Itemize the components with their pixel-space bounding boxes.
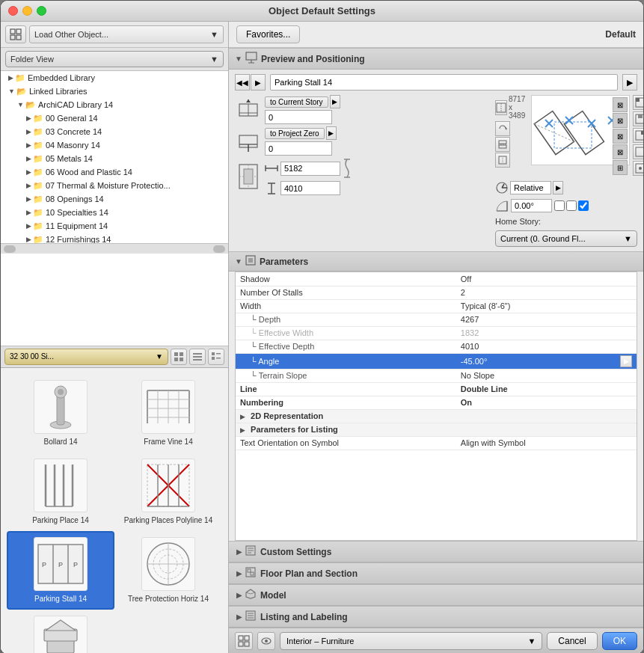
width-field[interactable]: [280, 162, 340, 176]
object-name-field[interactable]: [270, 74, 618, 91]
to-project-zero-button[interactable]: to Project Zero: [265, 128, 325, 139]
param-row-width[interactable]: Width Typical (8'-6"): [236, 299, 637, 313]
category-dropdown[interactable]: Interior – Furniture ▼: [280, 632, 542, 650]
tree-horizontal-scrollbar[interactable]: [1, 243, 228, 254]
param-row-line[interactable]: Line Double Line: [236, 382, 637, 396]
folder-view-bar: Folder View ▼: [1, 48, 228, 71]
folder-view-select[interactable]: Folder View ▼: [5, 51, 224, 67]
param-row-numbering[interactable]: Numbering On: [236, 396, 637, 409]
object-item-tree-protection-horiz[interactable]: Tree Protection Horiz 14: [114, 531, 222, 610]
object-item-parking-stall[interactable]: P P P Parking Stall 14: [7, 531, 114, 610]
minimize-button[interactable]: [22, 6, 32, 16]
detail-view-button[interactable]: [208, 349, 224, 365]
to-project-zero-arrow-button[interactable]: ▶: [326, 126, 337, 140]
param-row-terrain[interactable]: └ Terrain Slope No Slope: [236, 369, 637, 382]
footer-settings-icon-button[interactable]: [235, 632, 253, 650]
floor-plan-section[interactable]: ▶ Floor Plan and Section: [229, 562, 643, 584]
object-item-tree-protection[interactable]: Tree Protection: [7, 610, 114, 654]
parameters-section-header[interactable]: ▼ Parameters: [229, 251, 643, 272]
grid-view-button[interactable]: [5, 25, 26, 43]
svg-rect-6: [174, 358, 178, 361]
params-collapse-icon: ▼: [235, 257, 242, 266]
svg-marker-124: [246, 589, 255, 594]
param-row-text-orient[interactable]: Text Orientation on Symbol Align with Sy…: [236, 436, 637, 450]
project-zero-value-field[interactable]: [265, 141, 332, 156]
relative-dropdown-button[interactable]: ▶: [553, 181, 563, 194]
anchor-ne-button[interactable]: [633, 128, 644, 143]
tree-item-archicad-library[interactable]: ▼ 📂 ArchiCAD Library 14: [1, 98, 228, 111]
ok-button[interactable]: OK: [602, 632, 637, 650]
tree-item-10-specialties[interactable]: ▶ 📁 10 Specialties 14: [1, 206, 228, 219]
load-other-object-button[interactable]: Load Other Object... ▼: [29, 25, 224, 43]
param-row-params-listing[interactable]: ▶ Parameters for Listing: [236, 423, 637, 436]
model-section[interactable]: ▶ Model: [229, 584, 643, 606]
stretch-button[interactable]: [495, 153, 510, 168]
param-row-eff-depth[interactable]: └ Effective Depth 4010: [236, 340, 637, 353]
param-row-shadow[interactable]: Shadow Off: [236, 272, 637, 286]
checkbox-1[interactable]: [554, 200, 565, 211]
angle-field[interactable]: [511, 199, 552, 212]
floor-plan-label: Floor Plan and Section: [260, 568, 358, 579]
tree-item-04-masonry[interactable]: ▶ 📁 04 Masonry 14: [1, 138, 228, 152]
anchor-tr-button[interactable]: ⊠: [613, 113, 628, 128]
thumbnail-view-button[interactable]: [171, 349, 187, 365]
checkbox-3[interactable]: [578, 200, 589, 211]
to-current-story-button[interactable]: to Current Story: [265, 96, 328, 108]
list-view-button[interactable]: [189, 349, 206, 365]
object-path-button[interactable]: 32 30 00 Si... ▼: [4, 349, 168, 365]
tree-scroll[interactable]: ▶ 📁 Embedded Library ▼ 📂 Linked Librarie…: [1, 71, 228, 243]
current-story-value-field[interactable]: [265, 110, 332, 124]
anchor-br-button[interactable]: ⊠: [613, 144, 628, 159]
tree-arrow-icon: ▼: [17, 101, 24, 108]
tree-item-00-general[interactable]: ▶ 📁 00 General 14: [1, 111, 228, 125]
param-row-num-stalls[interactable]: Number Of Stalls 2: [236, 286, 637, 299]
tree-item-12-furnishings[interactable]: ▶ 📁 12 Furnishings 14: [1, 233, 228, 243]
anchor-w-button[interactable]: [633, 144, 644, 159]
tree-item-03-concrete[interactable]: ▶ 📁 03 Concrete 14: [1, 125, 228, 138]
play-button[interactable]: ▶: [622, 74, 637, 91]
tree-item-11-equipment[interactable]: ▶ 📁 11 Equipment 14: [1, 219, 228, 233]
object-item-frame-vine[interactable]: Frame Vine 14: [114, 374, 222, 453]
object-item-bollard[interactable]: Bollard 14: [7, 374, 114, 453]
preview-section-header[interactable]: ▼ Preview and Positioning: [229, 48, 643, 70]
relative-label-display: Relative: [510, 181, 551, 194]
close-button[interactable]: [8, 6, 18, 16]
anchor-tl-button[interactable]: ⊠: [613, 97, 628, 112]
listing-section[interactable]: ▶ Listing and Labeling: [229, 606, 643, 628]
favorites-button[interactable]: Favorites...: [236, 25, 300, 43]
rotate-button[interactable]: [495, 121, 510, 136]
maximize-button[interactable]: [37, 6, 46, 16]
mirror-x-button[interactable]: [495, 100, 507, 115]
anchor-bl-button[interactable]: ⊠: [613, 129, 628, 144]
link-icon[interactable]: [343, 158, 352, 179]
param-row-eff-width[interactable]: └ Effective Width 1832: [236, 326, 637, 340]
bollard-icon: [34, 380, 88, 434]
custom-settings-section[interactable]: ▶ Custom Settings: [229, 541, 643, 562]
object-item-parking-places-polyline[interactable]: Parking Places Polyline 14: [114, 453, 222, 531]
main-window: Object Default Settings Load Other Objec…: [0, 0, 644, 653]
tree-item-08-openings[interactable]: ▶ 📁 08 Openings 14: [1, 192, 228, 206]
tree-item-05-metals[interactable]: ▶ 📁 05 Metals 14: [1, 152, 228, 165]
to-current-story-arrow-button[interactable]: ▶: [330, 95, 340, 108]
nav-back-button[interactable]: ◀◀: [235, 74, 250, 91]
param-row-angle[interactable]: └ Angle -45.00° ▶: [236, 353, 637, 369]
angle-expand-button[interactable]: ▶: [620, 355, 632, 367]
tree-item-linked-libraries[interactable]: ▼ 📂 Linked Libraries: [1, 85, 228, 98]
tree-item-07-thermal[interactable]: ▶ 📁 07 Thermal & Moisture Protectio...: [1, 179, 228, 192]
footer-eye-icon-button[interactable]: [257, 632, 275, 650]
home-story-dropdown[interactable]: Current (0. Ground Fl... ▼: [495, 230, 637, 247]
tree-item-embedded-library[interactable]: ▶ 📁 Embedded Library: [1, 71, 228, 85]
cancel-button[interactable]: Cancel: [547, 632, 597, 650]
tree-item-06-wood[interactable]: ▶ 📁 06 Wood and Plastic 14: [1, 165, 228, 179]
param-row-depth[interactable]: └ Depth 4267: [236, 313, 637, 326]
anchor-center-button[interactable]: [633, 161, 644, 176]
height-field[interactable]: [280, 181, 340, 195]
anchor-nw-button[interactable]: [633, 95, 644, 110]
nav-forward-button[interactable]: ▶: [251, 74, 266, 91]
flip-button[interactable]: [495, 137, 510, 152]
object-item-parking-place[interactable]: Parking Place 14: [7, 453, 114, 531]
checkbox-2[interactable]: [566, 200, 577, 211]
anchor-n-button[interactable]: [633, 111, 644, 126]
param-row-2d-rep[interactable]: ▶ 2D Representation: [236, 409, 637, 423]
anchor-c-button[interactable]: ⊞: [613, 160, 628, 175]
